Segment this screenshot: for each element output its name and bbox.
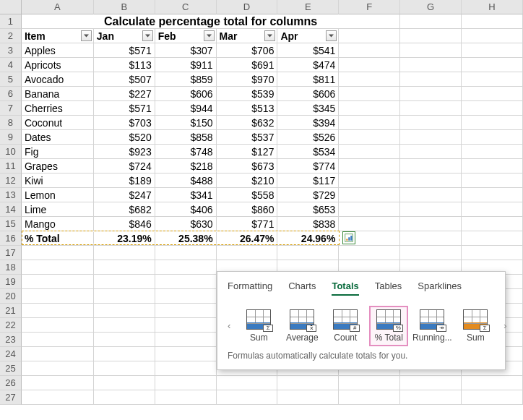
cell-G17[interactable] [400,246,462,260]
row-header-1[interactable]: 1 [0,14,22,29]
cell-jan-13[interactable]: $247 [94,188,155,202]
cell-H5[interactable] [462,72,523,87]
row-header-22[interactable]: 22 [0,318,22,333]
cell-B18[interactable] [94,260,155,275]
row-header-23[interactable]: 23 [0,333,22,347]
cell-C26[interactable] [155,376,217,390]
cell-F13[interactable] [339,188,400,202]
cell-item-4[interactable]: Apricots [22,58,94,72]
cell-F15[interactable] [339,217,400,231]
cell-item-7[interactable]: Cherries [22,101,94,116]
cell-H15[interactable] [462,217,523,231]
cell-C22[interactable] [155,318,217,333]
cell-B17[interactable] [94,246,155,260]
cell-item-12[interactable]: Kiwi [22,173,94,188]
row-header-2[interactable]: 2 [0,29,22,43]
cell-E27[interactable] [277,390,339,405]
total-label[interactable]: % Total [22,231,94,246]
cell-jan-6[interactable]: $227 [94,87,155,101]
total-jan[interactable]: 23.19% [94,231,155,246]
cell-C20[interactable] [155,289,217,304]
cell-apr-11[interactable]: $774 [277,159,339,173]
cell-A19[interactable] [22,275,94,289]
cell-jan-5[interactable]: $507 [94,72,155,87]
cell-G13[interactable] [400,188,462,202]
cell-mar-12[interactable]: $210 [217,173,278,188]
cell-F26[interactable] [339,376,400,390]
col-header-C[interactable]: C [155,0,217,14]
cell-feb-15[interactable]: $630 [155,217,217,231]
cell-H2[interactable] [462,29,523,43]
qa-item--total3[interactable]: %% Total [371,307,407,345]
cell-apr-4[interactable]: $474 [277,58,339,72]
cell-item-6[interactable]: Banana [22,87,94,101]
cell-feb-5[interactable]: $859 [155,72,217,87]
cell-apr-3[interactable]: $541 [277,43,339,58]
cell-B23[interactable] [94,333,155,347]
cell-item-10[interactable]: Fig [22,145,94,159]
row-header-19[interactable]: 19 [0,275,22,289]
cell-G3[interactable] [400,43,462,58]
cell-G10[interactable] [400,145,462,159]
cell-jan-8[interactable]: $703 [94,116,155,130]
cell-apr-10[interactable]: $534 [277,145,339,159]
cell-A27[interactable] [22,390,94,405]
cell-jan-11[interactable]: $724 [94,159,155,173]
cell-item-8[interactable]: Coconut [22,116,94,130]
cell-G11[interactable] [400,159,462,173]
cell-item-11[interactable]: Grapes [22,159,94,173]
cell-G15[interactable] [400,217,462,231]
col-header-F[interactable]: F [339,0,400,14]
cell-feb-3[interactable]: $307 [155,43,217,58]
row-header-25[interactable]: 25 [0,361,22,376]
title-cell[interactable]: Calculate percentage total for columns [22,14,400,29]
row-header-7[interactable]: 7 [0,101,22,116]
qa-scroll-left[interactable]: ‹ [228,307,230,343]
row-header-17[interactable]: 17 [0,246,22,260]
col-header-E[interactable]: E [277,0,339,14]
cell-apr-14[interactable]: $653 [277,202,339,217]
cell-A26[interactable] [22,376,94,390]
total-mar[interactable]: 26.47% [217,231,278,246]
cell-H8[interactable] [462,116,523,130]
cell-jan-7[interactable]: $571 [94,101,155,116]
cell-mar-7[interactable]: $513 [217,101,278,116]
cell-mar-15[interactable]: $771 [217,217,278,231]
cell-B20[interactable] [94,289,155,304]
cell-H16[interactable] [462,231,523,246]
qa-item-average1[interactable]: x̄Average [284,307,320,345]
cell-feb-4[interactable]: $911 [155,58,217,72]
cell-F4[interactable] [339,58,400,72]
cell-C24[interactable] [155,347,217,361]
row-header-27[interactable]: 27 [0,390,22,405]
cell-apr-6[interactable]: $606 [277,87,339,101]
cell-jan-15[interactable]: $846 [94,217,155,231]
cell-H12[interactable] [462,173,523,188]
cell-C18[interactable] [155,260,217,275]
cell-E17[interactable] [277,246,339,260]
cell-feb-13[interactable]: $341 [155,188,217,202]
qa-item-count2[interactable]: #Count [327,307,363,345]
cell-B27[interactable] [94,390,155,405]
cell-H26[interactable] [462,376,523,390]
cell-B26[interactable] [94,376,155,390]
cell-B22[interactable] [94,318,155,333]
cell-item-5[interactable]: Avocado [22,72,94,87]
row-header-24[interactable]: 24 [0,347,22,361]
qa-item-sum0[interactable]: ΣSum [241,307,277,345]
cell-H27[interactable] [462,390,523,405]
cell-apr-7[interactable]: $345 [277,101,339,116]
header-mar[interactable]: Mar [217,29,278,43]
cell-D26[interactable] [217,376,278,390]
cell-F12[interactable] [339,173,400,188]
cell-G5[interactable] [400,72,462,87]
row-header-9[interactable]: 9 [0,130,22,145]
col-header-A[interactable]: A [22,0,94,14]
cell-apr-5[interactable]: $811 [277,72,339,87]
qa-item-running-4[interactable]: ↠Running... [414,307,450,345]
cell-H9[interactable] [462,130,523,145]
cell-A23[interactable] [22,333,94,347]
cell-feb-7[interactable]: $944 [155,101,217,116]
cell-H6[interactable] [462,87,523,101]
cell-mar-6[interactable]: $539 [217,87,278,101]
